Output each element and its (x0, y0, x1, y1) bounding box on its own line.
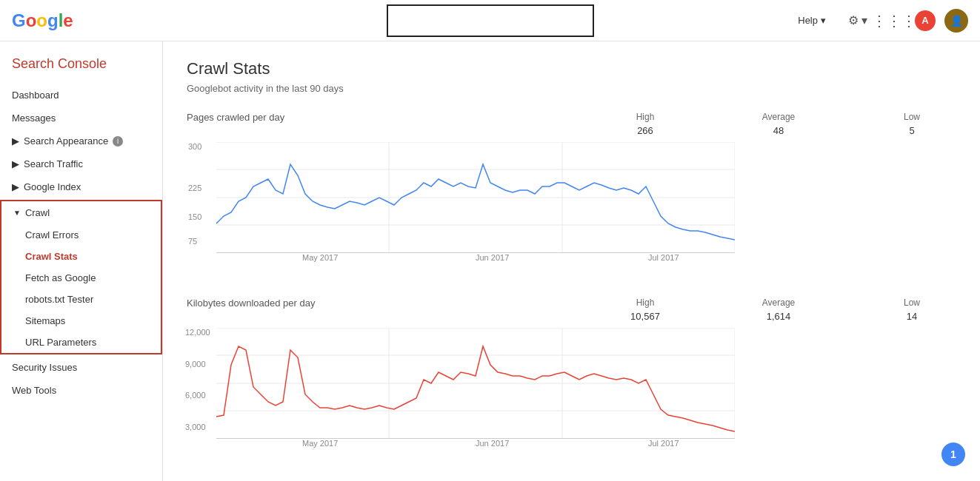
notification-badge[interactable]: 1 (941, 443, 965, 466)
x-label-may-2: May 2017 (302, 439, 338, 448)
help-label: Help (798, 15, 818, 26)
fetch-as-google-label: Fetch as Google (25, 272, 96, 283)
sidebar-item-crawl-errors[interactable]: Crawl Errors (1, 224, 161, 246)
y-label-75: 75 (188, 237, 197, 246)
high-label-1: High (601, 112, 690, 122)
google-logo[interactable]: Google (12, 10, 73, 31)
chevron-down-icon: ▼ (13, 209, 21, 217)
pages-crawled-title: Pages crawled per day (187, 112, 601, 123)
sidebar-item-google-index[interactable]: ▶ Google Index (0, 175, 162, 198)
average-value-1: 48 (734, 125, 823, 136)
crawl-label: Crawl (25, 207, 50, 218)
sidebar-item-crawl-stats[interactable]: Crawl Stats (1, 246, 161, 267)
web-tools-label: Web Tools (12, 385, 56, 396)
average-label-1: Average (734, 112, 823, 122)
page-subtitle: Googlebot activity in the last 90 days (187, 83, 956, 94)
x-label-jul-2: Jul 2017 (648, 439, 679, 448)
sidebar-item-search-appearance[interactable]: ▶ Search Appearance i (0, 130, 162, 152)
apps-button[interactable]: ⋮⋮⋮ (882, 9, 906, 33)
x-label-may: May 2017 (302, 253, 338, 262)
x-label-jul: Jul 2017 (648, 253, 679, 262)
low-label-1: Low (867, 112, 956, 122)
high-value-1: 266 (601, 125, 690, 136)
pages-crawled-stats: High 266 Average 48 Low 5 (601, 112, 956, 136)
notifications-icon[interactable]: A (915, 10, 936, 31)
topbar: Google Help ▾ ⚙ ▾ ⋮⋮⋮ A 👤 (0, 0, 980, 41)
average-label-2: Average (734, 297, 823, 308)
crawl-section: ▼ Crawl Crawl Errors Crawl Stats Fetch a… (0, 200, 162, 354)
sidebar-item-robots-txt[interactable]: robots.txt Tester (1, 289, 161, 310)
x-labels-1: May 2017 Jun 2017 Jul 2017 (216, 253, 956, 268)
robots-txt-label: robots.txt Tester (25, 294, 93, 305)
kilobytes-chart-container: 12,000 9,000 6,000 3,000 (216, 328, 956, 454)
messages-label: Messages (12, 112, 56, 124)
average-value-2: 1,614 (734, 311, 823, 322)
help-chevron: ▾ (821, 15, 826, 26)
sidebar: Search Console Dashboard Messages ▶ Sear… (0, 41, 163, 481)
search-box[interactable] (387, 4, 594, 37)
page-title: Crawl Stats (187, 59, 956, 78)
kilobytes-section: Kilobytes downloaded per day High 10,567… (187, 297, 956, 454)
settings-button[interactable]: ⚙ ▾ (842, 9, 873, 32)
y-label-9000: 9,000 (185, 360, 206, 369)
crawl-header[interactable]: ▼ Crawl (1, 201, 161, 224)
y-label-225: 225 (188, 184, 201, 192)
google-index-label: Google Index (24, 181, 81, 192)
y-label-150: 150 (188, 212, 201, 221)
sidebar-item-dashboard[interactable]: Dashboard (0, 84, 162, 107)
sidebar-item-sitemaps[interactable]: Sitemaps (1, 310, 161, 332)
security-issues-label: Security Issues (12, 362, 77, 373)
sidebar-item-url-parameters[interactable]: URL Parameters (1, 332, 161, 353)
main-content: Crawl Stats Googlebot activity in the la… (163, 41, 980, 481)
url-parameters-label: URL Parameters (25, 337, 96, 348)
y-label-12000: 12,000 (185, 328, 210, 337)
y-label-3000: 3,000 (185, 423, 206, 431)
pages-crawled-chart-container: 300 225 150 75 (216, 142, 956, 268)
kilobytes-svg (216, 328, 735, 439)
sidebar-item-security-issues[interactable]: Security Issues (0, 356, 162, 379)
x-label-jun-2: Jun 2017 (476, 439, 509, 448)
y-label-6000: 6,000 (185, 391, 206, 400)
low-value-1: 5 (867, 125, 956, 136)
grid-icon: ⋮⋮⋮ (872, 12, 916, 30)
crawl-errors-label: Crawl Errors (25, 229, 79, 240)
pages-crawled-section: Pages crawled per day High 266 Average 4… (187, 112, 956, 268)
sidebar-item-messages[interactable]: Messages (0, 107, 162, 130)
dashboard-label: Dashboard (12, 90, 59, 101)
settings-chevron: ▾ (861, 13, 867, 27)
chevron-right-icon3: ▶ (12, 181, 19, 192)
high-label-2: High (601, 297, 690, 308)
chevron-right-icon: ▶ (12, 135, 19, 147)
high-value-2: 10,567 (601, 311, 690, 322)
notif-count: 1 (950, 448, 956, 460)
sidebar-item-web-tools[interactable]: Web Tools (0, 379, 162, 402)
search-appearance-label: Search Appearance (24, 135, 108, 147)
layout: Search Console Dashboard Messages ▶ Sear… (0, 41, 980, 481)
chevron-right-icon2: ▶ (12, 158, 19, 169)
low-label-2: Low (867, 297, 956, 308)
sitemaps-label: Sitemaps (25, 315, 65, 326)
sidebar-item-fetch-as-google[interactable]: Fetch as Google (1, 267, 161, 289)
y-label-300: 300 (188, 142, 201, 151)
x-labels-2: May 2017 Jun 2017 Jul 2017 (216, 439, 956, 454)
gear-icon: ⚙ (848, 13, 859, 27)
topbar-right: Help ▾ ⚙ ▾ ⋮⋮⋮ A 👤 (790, 9, 968, 33)
kilobytes-stats: High 10,567 Average 1,614 Low 14 (601, 297, 956, 322)
search-traffic-label: Search Traffic (24, 158, 83, 169)
info-icon[interactable]: i (113, 136, 123, 147)
kilobytes-title: Kilobytes downloaded per day (187, 297, 601, 309)
sidebar-title: Search Console (0, 41, 162, 84)
pages-crawled-svg (216, 142, 735, 253)
sidebar-item-search-traffic[interactable]: ▶ Search Traffic (0, 152, 162, 175)
crawl-stats-label: Crawl Stats (25, 251, 78, 262)
avatar[interactable]: 👤 (944, 9, 968, 33)
x-label-jun: Jun 2017 (476, 253, 509, 262)
help-button[interactable]: Help ▾ (790, 10, 833, 30)
low-value-2: 14 (867, 311, 956, 322)
